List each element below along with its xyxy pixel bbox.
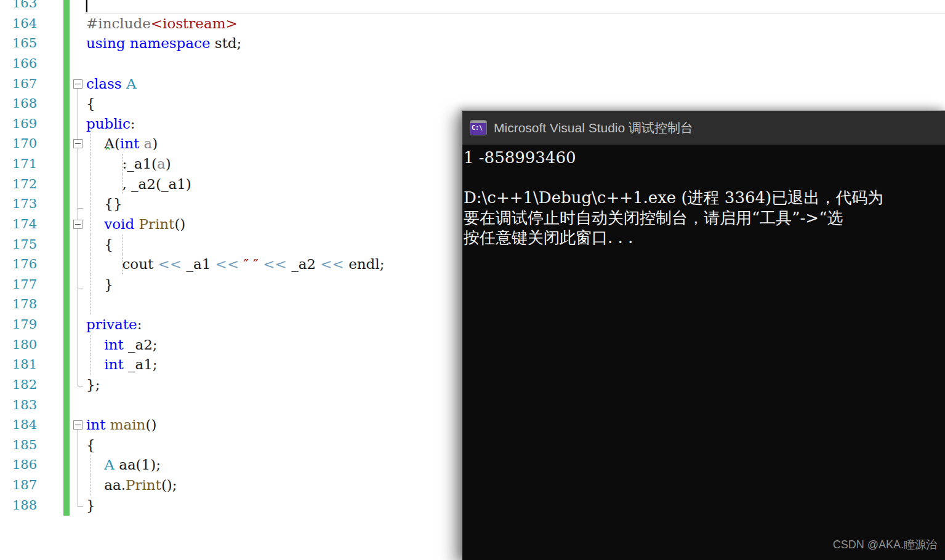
code-line[interactable]: 164#include<iostream> [0, 14, 945, 34]
line-number: 182 [0, 375, 37, 395]
line-number: 181 [0, 354, 37, 375]
console-line: 1 -858993460 [464, 148, 945, 168]
code-text: using namespace std; [86, 33, 241, 54]
code-text: public: [86, 114, 135, 134]
console-line: 要在调试停止时自动关闭控制台，请启用“工具”->“选 [464, 208, 945, 228]
outline-rail [78, 114, 78, 134]
line-number: 177 [0, 274, 37, 295]
outline-rail [78, 375, 78, 386]
line-number: 173 [0, 194, 37, 214]
code-text: #include<iostream> [86, 14, 238, 34]
console-icon-label: C:\ [472, 124, 483, 131]
line-number: 164 [0, 14, 37, 34]
code-text: int _a2; [86, 335, 158, 355]
line-number: 168 [0, 94, 37, 114]
outline-rail [78, 234, 78, 255]
line-number: 165 [0, 33, 37, 54]
code-line[interactable]: 163 [0, 0, 945, 14]
error-squiggle-token: A [104, 135, 115, 151]
code-text: :_a1(a) [86, 154, 171, 174]
fold-toggle-collapse[interactable] [73, 139, 82, 148]
outline-rail [78, 229, 78, 234]
code-text: int main() [86, 415, 156, 435]
line-number: 184 [0, 415, 37, 435]
outline-rail [78, 335, 78, 355]
outline-rail [78, 455, 78, 475]
console-output[interactable]: 1 -858993460 D:\c++1\Debug\c++1.exe (进程 … [462, 145, 945, 248]
line-number: 169 [0, 114, 37, 134]
code-text: } [86, 274, 113, 295]
outline-rail-corner [78, 386, 83, 386]
code-text: {} [86, 194, 123, 214]
console-line: D:\c++1\Debug\c++1.exe (进程 3364)已退出，代码为 [464, 188, 945, 208]
outline-rail [78, 89, 78, 94]
debug-console-window[interactable]: C:\ Microsoft Visual Studio 调试控制台 1 -858… [462, 110, 945, 560]
code-line[interactable]: 165using namespace std; [0, 33, 945, 54]
code-text: }; [86, 375, 100, 395]
outline-rail [78, 475, 78, 495]
code-text: , _a2(_a1) [86, 174, 191, 194]
code-text: private: [86, 314, 142, 335]
line-number: 183 [0, 395, 37, 415]
outline-rail [78, 314, 78, 335]
code-text: void Print() [86, 214, 185, 234]
fold-toggle-collapse[interactable] [73, 220, 82, 229]
line-number: 187 [0, 475, 37, 495]
line-number: 185 [0, 435, 37, 455]
outline-rail [78, 148, 78, 154]
outline-rail [78, 254, 78, 274]
outline-rail [78, 354, 78, 375]
code-text: { [86, 234, 113, 255]
line-number: 179 [0, 314, 37, 335]
outline-rail [78, 294, 78, 314]
line-number: 167 [0, 74, 37, 94]
line-number: 166 [0, 54, 37, 74]
outline-rail [78, 274, 78, 295]
line-number: 176 [0, 254, 37, 274]
console-title-bar[interactable]: C:\ Microsoft Visual Studio 调试控制台 [462, 111, 945, 145]
outline-rail-corner [78, 506, 83, 507]
outline-rail [78, 174, 78, 194]
line-number: 171 [0, 154, 37, 174]
indent-guide [122, 234, 123, 255]
outline-rail [78, 154, 78, 174]
outline-rail [78, 94, 78, 114]
code-text: A(int a) [86, 134, 158, 154]
code-line[interactable]: 166 [0, 54, 945, 74]
outline-rail-corner [78, 208, 83, 209]
line-number: 186 [0, 455, 37, 475]
indent-guide [90, 294, 90, 314]
outline-rail-corner [78, 289, 83, 289]
line-number: 178 [0, 294, 37, 314]
outline-rail [78, 495, 78, 507]
line-number: 180 [0, 335, 37, 355]
code-line[interactable]: 167class A [0, 74, 945, 94]
fold-toggle-collapse[interactable] [73, 79, 82, 89]
code-text: cout << _a1 << ″ ″ << _a2 << endl; [86, 254, 384, 274]
line-number: 188 [0, 495, 37, 516]
outline-rail [78, 435, 78, 455]
console-line: 按任意键关闭此窗口. . . [464, 228, 945, 248]
code-text: A aa(1); [86, 455, 161, 475]
code-text: { [86, 94, 95, 114]
console-line [464, 168, 945, 188]
line-number: 175 [0, 234, 37, 255]
csdn-watermark: CSDN @AKA.瞳源治 [833, 537, 937, 552]
outline-rail [78, 194, 78, 214]
fold-toggle-collapse[interactable] [73, 420, 82, 430]
code-text: } [86, 495, 95, 516]
code-text: class A [86, 74, 137, 94]
console-icon[interactable]: C:\ [470, 121, 486, 135]
code-text: { [86, 435, 95, 455]
line-number: 170 [0, 134, 37, 154]
code-text: aa.Print(); [86, 475, 177, 495]
text-caret [86, 0, 87, 12]
line-number: 163 [0, 0, 37, 14]
line-number: 172 [0, 174, 37, 194]
console-title: Microsoft Visual Studio 调试控制台 [494, 119, 693, 137]
line-number: 174 [0, 214, 37, 234]
outline-rail [78, 430, 78, 435]
code-text: int _a1; [86, 354, 158, 375]
